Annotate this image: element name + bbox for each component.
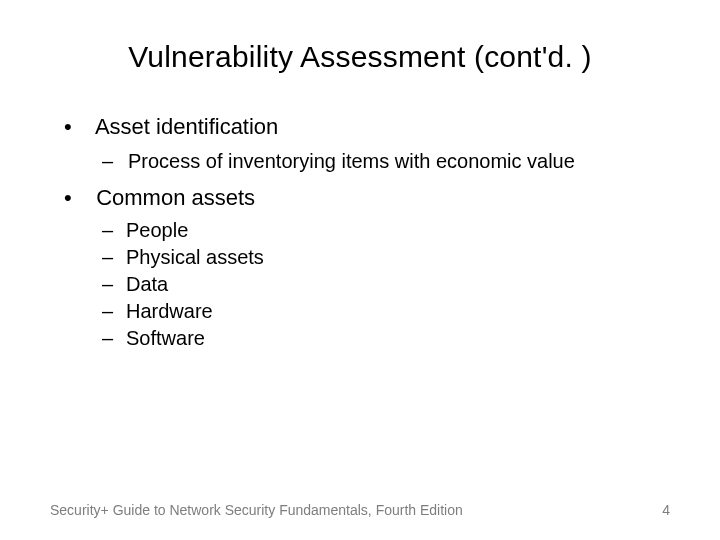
- slide-title: Vulnerability Assessment (cont'd. ): [50, 40, 670, 74]
- bullet-asset-identification: Asset identification Process of inventor…: [68, 114, 670, 173]
- sub-bullet-list: Process of inventorying items with econo…: [68, 150, 670, 173]
- sub-bullet-label: Process of inventorying items with econo…: [128, 150, 575, 172]
- list-item-label: Data: [126, 273, 168, 296]
- list-item-label: Software: [126, 327, 205, 350]
- list-item-label: Hardware: [126, 300, 213, 323]
- sub-bullet-process: Process of inventorying items with econo…: [102, 150, 670, 173]
- list-item: Software: [102, 327, 670, 350]
- footer-source: Security+ Guide to Network Security Fund…: [50, 502, 463, 518]
- list-item: Data: [102, 273, 670, 296]
- list-item: Physical assets: [102, 246, 670, 269]
- list-item-label: People: [126, 219, 188, 242]
- slide-footer: Security+ Guide to Network Security Fund…: [50, 502, 670, 518]
- slide: Vulnerability Assessment (cont'd. ) Asse…: [0, 0, 720, 540]
- bullet-list: Asset identification Process of inventor…: [68, 114, 670, 350]
- assets-list: People Physical assets Data Hardware Sof…: [68, 219, 670, 350]
- bullet-label: Asset identification: [95, 114, 278, 139]
- list-item: Hardware: [102, 300, 670, 323]
- list-item-label: Physical assets: [126, 246, 264, 269]
- slide-content: Asset identification Process of inventor…: [50, 114, 670, 350]
- bullet-label: Common assets: [96, 185, 255, 210]
- page-number: 4: [662, 502, 670, 518]
- list-item: People: [102, 219, 670, 242]
- bullet-common-assets: Common assets People Physical assets Dat…: [68, 185, 670, 350]
